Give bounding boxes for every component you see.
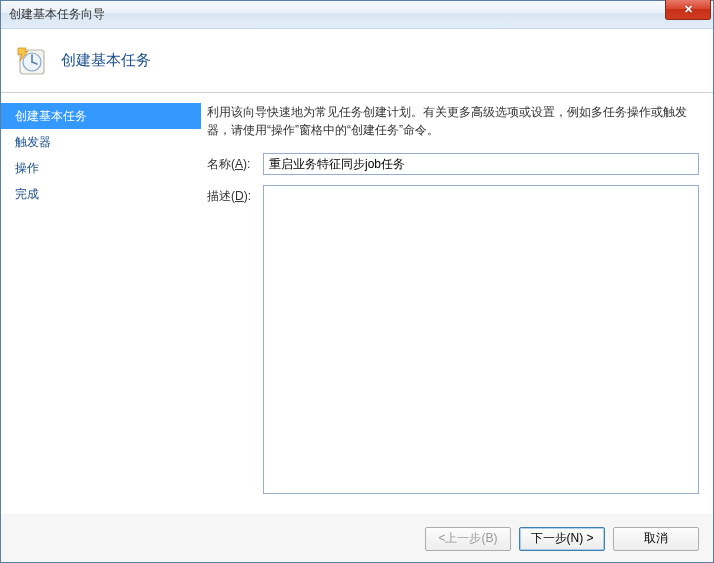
close-icon: ✕ xyxy=(684,3,693,16)
next-button[interactable]: 下一步(N) > xyxy=(519,527,605,551)
cancel-button[interactable]: 取消 xyxy=(613,527,699,551)
close-button[interactable]: ✕ xyxy=(665,0,711,20)
step-create-basic-task[interactable]: 创建基本任务 xyxy=(1,103,201,129)
back-button[interactable]: <上一步(B) xyxy=(425,527,511,551)
titlebar: 创建基本任务向导 ✕ xyxy=(1,1,713,29)
name-input[interactable] xyxy=(263,153,699,175)
wizard-body: 创建基本任务 触发器 操作 完成 利用该向导快速地为常见任务创建计划。有关更多高… xyxy=(1,93,713,514)
name-label: 名称(A): xyxy=(207,153,263,175)
step-finish[interactable]: 完成 xyxy=(1,181,201,207)
intro-text: 利用该向导快速地为常见任务创建计划。有关更多高级选项或设置，例如多任务操作或触发… xyxy=(207,103,699,139)
name-row: 名称(A): xyxy=(207,153,699,175)
task-wizard-icon xyxy=(15,45,47,77)
wizard-header: 创建基本任务 xyxy=(1,29,713,93)
step-action[interactable]: 操作 xyxy=(1,155,201,181)
wizard-content: 利用该向导快速地为常见任务创建计划。有关更多高级选项或设置，例如多任务操作或触发… xyxy=(201,93,713,514)
description-label: 描述(D): xyxy=(207,185,263,494)
description-input[interactable] xyxy=(263,185,699,494)
description-row: 描述(D): xyxy=(207,185,699,494)
wizard-page-title: 创建基本任务 xyxy=(61,51,151,70)
wizard-footer: <上一步(B) 下一步(N) > 取消 xyxy=(1,514,713,562)
wizard-steps-sidebar: 创建基本任务 触发器 操作 完成 xyxy=(1,93,201,514)
wizard-window: 创建基本任务向导 ✕ 创建基本任务 创建基本任务 触发器 操作 完成 利用该向导… xyxy=(0,0,714,563)
step-trigger[interactable]: 触发器 xyxy=(1,129,201,155)
window-title: 创建基本任务向导 xyxy=(9,6,105,23)
